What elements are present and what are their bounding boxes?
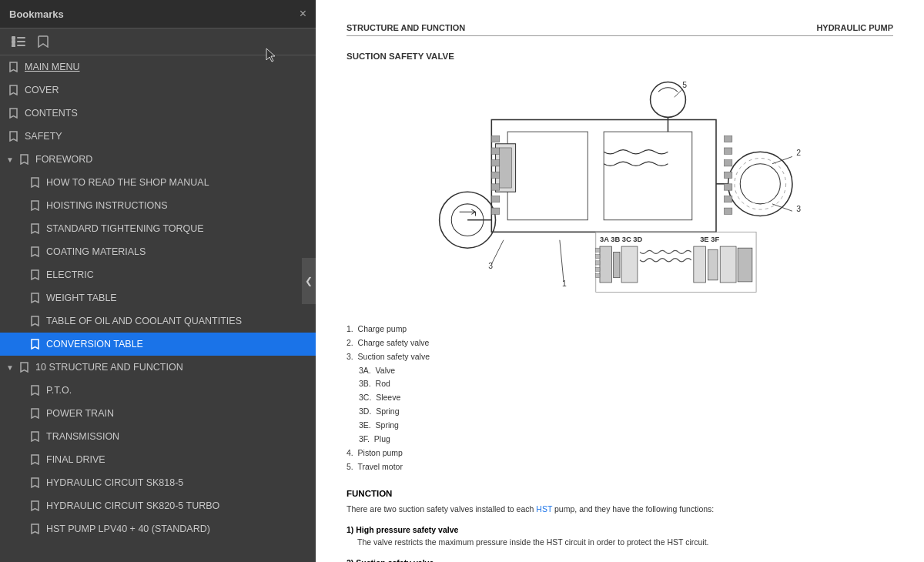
collapse-arrow-structure: ▼: [5, 363, 15, 372]
svg-text:3: 3: [796, 205, 801, 213]
bookmark-icon: [8, 107, 18, 119]
bookmark-icon: [29, 500, 40, 512]
bookmark-icon: [29, 292, 40, 304]
svg-rect-23: [491, 172, 499, 178]
sidebar-list: MAIN MENU COVER CONTENTS SAFETY ▼: [0, 55, 316, 562]
svg-text:5: 5: [682, 81, 687, 89]
sidebar-item-foreword[interactable]: ▼ FOREWORD: [0, 148, 316, 171]
suction-safety-valve-diagram: 5 2 3 3 1 3A 3B 3C 3D 3E 3F: [427, 72, 812, 304]
function-title: FUNCTION: [346, 489, 893, 498]
bookmark-icon: [29, 315, 40, 327]
sidebar-toolbar: [0, 28, 316, 55]
function-item-body: The valve restricts the maximum pressure…: [346, 536, 893, 549]
svg-rect-47: [600, 246, 612, 283]
svg-line-40: [772, 156, 792, 163]
diagram-container: 5 2 3 3 1 3A 3B 3C 3D 3E 3F: [346, 72, 893, 304]
svg-rect-50: [694, 246, 706, 283]
parts-list: 1. Charge pump 2. Charge safety valve 3.…: [346, 323, 893, 473]
svg-rect-3: [17, 41, 25, 42]
svg-line-43: [560, 240, 564, 282]
svg-rect-22: [491, 160, 499, 166]
bookmark-icon: [29, 477, 40, 489]
part-item: 3C. Sleeve: [346, 391, 893, 405]
sidebar-header: Bookmarks ×: [0, 0, 316, 28]
bookmark-icon: [29, 246, 40, 258]
bookmark-icon: [18, 153, 29, 166]
svg-rect-25: [491, 196, 499, 202]
bookmark-icon: [29, 407, 40, 420]
bookmark-icon: [29, 453, 40, 466]
bookmark-icon: [29, 199, 40, 212]
page-header: STRUCTURE AND FUNCTION HYDRAULIC PUMP: [346, 23, 893, 36]
svg-rect-5: [17, 45, 25, 46]
svg-rect-31: [724, 184, 732, 190]
sidebar-item-hoisting[interactable]: HOISTING INSTRUCTIONS: [0, 194, 316, 217]
part-item: 5. Travel motor: [346, 460, 893, 474]
bookmark-icon: [29, 338, 40, 350]
bookmark-icon: [8, 61, 18, 73]
sidebar-title: Bookmarks: [9, 8, 64, 20]
sidebar-item-coating[interactable]: COATING MATERIALS: [0, 240, 316, 263]
bookmark-icon: [29, 269, 40, 281]
sidebar-item-pto[interactable]: P.T.O.: [0, 379, 316, 402]
close-button[interactable]: ×: [300, 8, 306, 20]
function-section: FUNCTION There are two suction safety va…: [346, 489, 893, 562]
svg-rect-26: [491, 208, 499, 214]
sidebar-item-main-menu[interactable]: MAIN MENU: [0, 55, 316, 79]
bookmark-icon: [29, 384, 40, 396]
svg-rect-28: [724, 148, 732, 154]
sidebar-item-cover[interactable]: COVER: [0, 79, 316, 102]
svg-rect-54: [596, 248, 600, 252]
sidebar: Bookmarks × MAIN MENU: [0, 0, 316, 562]
bookmark-icon: [8, 130, 18, 142]
bookmark-view-button[interactable]: [34, 33, 52, 50]
svg-rect-4: [12, 44, 15, 47]
section-title: SUCTION SAFETY VALVE: [346, 52, 893, 61]
sidebar-item-oil-coolant[interactable]: TABLE OF OIL AND COOLANT QUANTITIES: [0, 309, 316, 333]
sidebar-item-hydraulic-sk820[interactable]: HYDRAULIC CIRCUIT SK820-5 TURBO: [0, 494, 316, 517]
sidebar-item-contents[interactable]: CONTENTS: [0, 102, 316, 125]
sidebar-item-electric[interactable]: ELECTRIC: [0, 263, 316, 286]
part-item: 1. Charge pump: [346, 323, 893, 336]
svg-rect-29: [724, 160, 732, 166]
svg-rect-1: [17, 37, 25, 38]
sidebar-item-hydraulic-sk818[interactable]: HYDRAULIC CIRCUIT SK818-5: [0, 471, 316, 494]
svg-rect-32: [724, 196, 732, 202]
hst-link[interactable]: HST: [536, 504, 552, 513]
sidebar-item-hst-pump[interactable]: HST PUMP LPV40 + 40 (STANDARD): [0, 517, 316, 540]
list-view-button[interactable]: [8, 34, 29, 49]
sidebar-item-transmission[interactable]: TRANSMISSION: [0, 425, 316, 448]
svg-rect-20: [491, 135, 499, 142]
bookmark-icon: [29, 523, 40, 535]
svg-point-11: [728, 152, 792, 216]
sidebar-item-structure-function[interactable]: ▼ 10 STRUCTURE AND FUNCTION: [0, 356, 316, 379]
sidebar-item-power-train[interactable]: POWER TRAIN: [0, 402, 316, 425]
collapse-arrow-foreword: ▼: [5, 156, 15, 164]
sidebar-collapse-button[interactable]: ❮: [302, 258, 316, 304]
svg-rect-0: [12, 36, 15, 40]
sidebar-item-final-drive[interactable]: FINAL DRIVE: [0, 448, 316, 471]
sidebar-item-safety[interactable]: SAFETY: [0, 125, 316, 148]
svg-rect-53: [738, 248, 752, 282]
sidebar-item-weight-table[interactable]: WEIGHT TABLE: [0, 286, 316, 309]
bookmark-icon: [8, 84, 18, 96]
svg-rect-57: [596, 267, 600, 271]
svg-text:3A  3B   3C  3D: 3A 3B 3C 3D: [600, 236, 643, 243]
part-item: 4. Piston pump: [346, 447, 893, 460]
part-item: 3F. Plug: [346, 433, 893, 447]
part-item: 3D. Spring: [346, 405, 893, 419]
part-item: 3B. Rod: [346, 377, 893, 391]
svg-rect-55: [596, 254, 600, 258]
part-item: 3E. Spring: [346, 419, 893, 433]
sidebar-item-how-to-read[interactable]: HOW TO READ THE SHOP MANUAL: [0, 171, 316, 194]
svg-rect-58: [596, 273, 600, 277]
sidebar-item-standard-torque[interactable]: STANDARD TIGHTENING TORQUE: [0, 217, 316, 240]
svg-text:2: 2: [796, 149, 801, 157]
sidebar-item-conversion-table[interactable]: CONVERSION TABLE: [0, 333, 316, 356]
svg-rect-7: [507, 132, 588, 220]
svg-rect-51: [708, 249, 718, 280]
svg-rect-19: [500, 148, 512, 188]
header-right: HYDRAULIC PUMP: [816, 23, 893, 32]
bookmark-icon: [18, 361, 29, 373]
function-item-2: 2) Suction safety valve The valve ensure…: [346, 555, 893, 562]
